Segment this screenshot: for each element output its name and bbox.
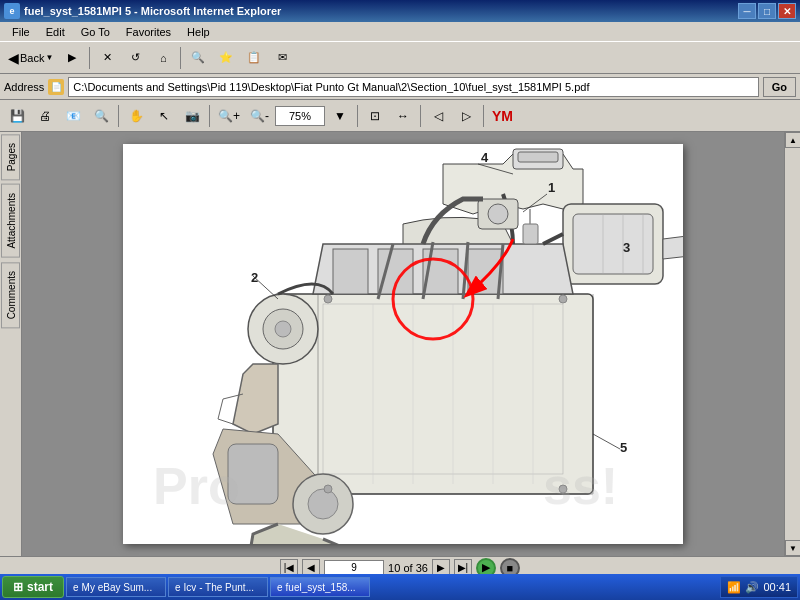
pdf-ym-button[interactable]: YM xyxy=(488,103,517,129)
pdf-zoom-dropdown[interactable]: ▼ xyxy=(327,103,353,129)
pdf-sep-2 xyxy=(209,105,210,127)
menu-edit[interactable]: Edit xyxy=(38,24,73,40)
back-arrow-icon: ◀ xyxy=(8,50,19,66)
taskbar-punto-label: Icv - The Punt... xyxy=(184,582,254,593)
back-label: Back xyxy=(20,52,44,64)
label-4: 4 xyxy=(481,150,489,165)
taskbar-fuel-label: fuel_syst_158... xyxy=(286,582,356,593)
svg-text:ss!: ss! xyxy=(543,457,618,515)
maximize-button[interactable]: □ xyxy=(758,3,776,19)
pdf-zoom-out-button[interactable]: 🔍- xyxy=(246,103,273,129)
go-button[interactable]: Go xyxy=(763,77,796,97)
comments-tab[interactable]: Comments xyxy=(1,262,20,328)
taskbar: ⊞ start e My eBay Sum... e Icv - The Pun… xyxy=(0,574,800,600)
pdf-email-button[interactable]: 📧 xyxy=(60,103,86,129)
pdf-content-area: 1 2 3 4 5 xyxy=(22,132,784,556)
page-count-label: 10 of 36 xyxy=(388,562,428,574)
window-title: fuel_syst_1581MPI 5 - Microsoft Internet… xyxy=(24,5,281,17)
pdf-hand-button[interactable]: ✋ xyxy=(123,103,149,129)
refresh-button[interactable]: ↺ xyxy=(122,45,148,71)
pdf-print-button[interactable]: 🖨 xyxy=(32,103,58,129)
attachments-tab[interactable]: Attachments xyxy=(1,184,20,258)
svg-rect-22 xyxy=(523,224,538,244)
pdf-icon: 📄 xyxy=(48,79,64,95)
close-button[interactable]: ✕ xyxy=(778,3,796,19)
stop-button[interactable]: ✕ xyxy=(94,45,120,71)
minimize-button[interactable]: ─ xyxy=(738,3,756,19)
windows-logo: ⊞ xyxy=(13,580,23,594)
taskbar-punto[interactable]: e Icv - The Punt... xyxy=(168,577,268,597)
svg-rect-3 xyxy=(573,214,653,274)
taskbar-fuel[interactable]: e fuel_syst_158... xyxy=(270,577,370,597)
svg-point-11 xyxy=(275,321,291,337)
svg-point-19 xyxy=(559,295,567,303)
browser-toolbar: ◀ Back ▼ ▶ ✕ ↺ ⌂ 🔍 ⭐ 📋 ✉ xyxy=(0,42,800,74)
back-button[interactable]: ◀ Back ▼ xyxy=(4,45,57,71)
toolbar-separator-1 xyxy=(89,47,90,69)
pages-tab[interactable]: Pages xyxy=(1,134,20,180)
favorites-button[interactable]: ⭐ xyxy=(213,45,239,71)
pdf-find-button[interactable]: 🔍 xyxy=(88,103,114,129)
home-button[interactable]: ⌂ xyxy=(150,45,176,71)
vertical-scrollbar[interactable]: ▲ ▼ xyxy=(784,132,800,556)
window-controls: ─ □ ✕ xyxy=(738,3,796,19)
pdf-sep-5 xyxy=(483,105,484,127)
taskbar-ebay[interactable]: e My eBay Sum... xyxy=(66,577,166,597)
scroll-track[interactable] xyxy=(785,148,800,540)
title-bar: e fuel_syst_1581MPI 5 - Microsoft Intern… xyxy=(0,0,800,22)
taskbar-fuel-icon: e xyxy=(277,582,283,593)
forward-button[interactable]: ▶ xyxy=(59,45,85,71)
zoom-input[interactable] xyxy=(275,106,325,126)
system-tray: 📶 🔊 00:41 xyxy=(720,576,798,598)
main-area: Pages Attachments Comments xyxy=(0,132,800,556)
left-panel: Pages Attachments Comments xyxy=(0,132,22,556)
app-icon: e xyxy=(4,3,20,19)
menu-goto[interactable]: Go To xyxy=(73,24,118,40)
engine-diagram: 1 2 3 4 5 xyxy=(123,144,683,544)
menu-help[interactable]: Help xyxy=(179,24,218,40)
taskbar-ebay-label: My eBay Sum... xyxy=(82,582,153,593)
back-dropdown-icon: ▼ xyxy=(45,53,53,62)
clock: 00:41 xyxy=(763,581,791,593)
menu-file[interactable]: File xyxy=(4,24,38,40)
history-button[interactable]: 📋 xyxy=(241,45,267,71)
pdf-camera-button[interactable]: 📷 xyxy=(179,103,205,129)
pdf-select-button[interactable]: ↖ xyxy=(151,103,177,129)
address-label: Address xyxy=(4,81,44,93)
svg-point-20 xyxy=(324,485,332,493)
tray-volume-icon: 🔊 xyxy=(745,581,759,594)
pdf-toolbar: 💾 🖨 📧 🔍 ✋ ↖ 📷 🔍+ 🔍- ▼ ⊡ ↔ ◁ ▷ YM xyxy=(0,100,800,132)
address-bar: Address 📄 Go xyxy=(0,74,800,100)
pdf-save-button[interactable]: 💾 xyxy=(4,103,30,129)
svg-point-18 xyxy=(324,295,332,303)
label-1: 1 xyxy=(548,180,555,195)
start-label: start xyxy=(27,580,53,594)
pdf-zoom-in-button[interactable]: 🔍+ xyxy=(214,103,244,129)
mail-button[interactable]: ✉ xyxy=(269,45,295,71)
scroll-up-button[interactable]: ▲ xyxy=(785,132,800,148)
svg-rect-5 xyxy=(333,249,368,294)
label-3: 3 xyxy=(623,240,630,255)
address-input[interactable] xyxy=(68,77,758,97)
pdf-sep-1 xyxy=(118,105,119,127)
pdf-fit-page-button[interactable]: ⊡ xyxy=(362,103,388,129)
pdf-page: 1 2 3 4 5 xyxy=(123,144,683,544)
toolbar-separator-2 xyxy=(180,47,181,69)
taskbar-punto-icon: e xyxy=(175,582,181,593)
scroll-down-button[interactable]: ▼ xyxy=(785,540,800,556)
svg-point-17 xyxy=(488,204,508,224)
taskbar-ebay-icon: e xyxy=(73,582,79,593)
pdf-next-view-button[interactable]: ▷ xyxy=(453,103,479,129)
pdf-prev-view-button[interactable]: ◁ xyxy=(425,103,451,129)
svg-line-27 xyxy=(593,434,620,449)
pdf-sep-4 xyxy=(420,105,421,127)
pdf-fit-width-button[interactable]: ↔ xyxy=(390,103,416,129)
menu-favorites[interactable]: Favorites xyxy=(118,24,179,40)
label-5: 5 xyxy=(620,440,627,455)
pdf-sep-3 xyxy=(357,105,358,127)
start-button[interactable]: ⊞ start xyxy=(2,576,64,598)
svg-point-15 xyxy=(308,489,338,519)
search-button[interactable]: 🔍 xyxy=(185,45,211,71)
svg-line-25 xyxy=(253,276,278,299)
tray-network-icon: 📶 xyxy=(727,581,741,594)
